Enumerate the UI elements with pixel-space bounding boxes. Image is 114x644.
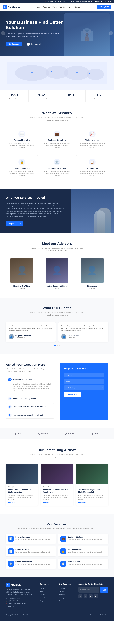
hero-video-button[interactable]: Our Latest Video [24, 41, 46, 47]
faq-question[interactable]: Q How can I get help by advice? ▼ [6, 395, 54, 402]
blog-card: Admin | Business Best Ways To Save Money… [41, 464, 73, 506]
faq-active-icon: Q [8, 378, 12, 381]
footer-service-link[interactable]: Marketing [59, 594, 65, 596]
footer-link[interactable]: Services [40, 594, 45, 596]
get-quote-button[interactable]: Get A Quote [97, 5, 111, 9]
stat-label: Years Experience [91, 98, 108, 100]
service-list-text: Business Strategy Lorem ipsum dolor sit … [68, 536, 102, 541]
footer-bottom: Copyright © 2022 Advices. All rights res… [6, 612, 108, 616]
service-card-title: Business Consulting [43, 139, 71, 141]
footer-links-col: Our Links HomeAboutServicesContactBlog [40, 583, 55, 608]
faq-question[interactable]: Q What about loan programs & Advantage? … [6, 404, 54, 410]
read-more-link[interactable]: Read More → [78, 502, 87, 503]
newsletter-input[interactable] [78, 587, 99, 592]
stat-number: 89+ [63, 93, 80, 98]
footer-link[interactable]: Contact [40, 597, 45, 599]
advisor-photo-inner: 👤 [81, 258, 104, 283]
blog-image-overlay [41, 464, 73, 484]
footer-link[interactable]: Home [40, 588, 44, 589]
hero-prev-button[interactable]: ‹ [1, 31, 5, 35]
footer-services-list: ConsultingFinanceMarketingStrategyAnalys… [59, 587, 74, 602]
blog-card: Admin | Investment Tips For Investing In… [76, 464, 108, 506]
stat-number: 352+ [6, 93, 23, 98]
logo[interactable]: X ADVICES. [3, 5, 20, 9]
read-more-link[interactable]: Read More → [8, 502, 17, 503]
social-icon[interactable]: f [78, 594, 82, 598]
top-bar: 📍 130 West, New York, NY 10001 ✉ Free Co… [0, 0, 114, 3]
nav-link[interactable]: About Us [43, 6, 50, 8]
service-list-item: 💼 Business Strategy Lorem ipsum dolor si… [58, 534, 108, 544]
footer-social: ftin▶ [78, 594, 108, 598]
name-input[interactable] [64, 379, 104, 384]
footer-link[interactable]: Blog [40, 600, 43, 602]
clients-title: What Our Client's [6, 306, 108, 310]
advisors-subtitle: Vestibulum sed orci vitae lorem faucibus… [27, 247, 87, 252]
footer-service-link[interactable]: Analysis [59, 600, 65, 602]
advisor-card: 👤 Rock Alars Developer [76, 258, 108, 289]
partner-logo: ◇ aven. [91, 432, 100, 435]
footer-service-link[interactable]: Finance [59, 591, 64, 592]
stat-item: 182+ Happy Clients [29, 90, 57, 102]
footer-contact: ✉info@example.com 📞+(123) 456-7890 📍123 … [6, 597, 36, 608]
footer-service-link[interactable]: Strategy [59, 597, 65, 599]
hero-next-button[interactable]: › [109, 31, 113, 35]
terms-link[interactable]: Terms & Conditions [96, 614, 108, 616]
submit-button[interactable]: Submit Now [64, 392, 81, 397]
faq-active-question[interactable]: Q Same Auto focus Senetti bc [6, 376, 54, 383]
newsletter-button[interactable]: Send Now [100, 587, 108, 592]
service-card: 📊 Financial Planning Lorem ipsum dolor s… [6, 127, 38, 152]
request-demo-button[interactable]: Request Demo [6, 221, 23, 226]
advisor-photo-inner: 👤 [46, 258, 68, 283]
svg-point-5 [51, 71, 52, 72]
footer-link-item: Services [40, 594, 55, 596]
advisor-name: Rosalina D. William [6, 285, 38, 287]
privacy-link[interactable]: Privacy & Policy [84, 614, 94, 616]
footer-link[interactable]: About [40, 591, 44, 592]
footer-link-item: Home [40, 587, 55, 590]
nav-link[interactable]: Pages [52, 6, 57, 8]
faq-question-text: How can I get help by advice? [13, 398, 37, 400]
services-provided-text: What We Services Provied Phasellus ligul… [0, 189, 71, 233]
footer-city: Phnom Penh [6, 605, 36, 608]
service-card: 💼 Business Consulting Lorem ipsum dolor … [41, 127, 73, 152]
advisor-card: 👤 Alina Roberto William CEO [41, 258, 73, 289]
social-icon[interactable]: t [84, 594, 87, 598]
advisor-photo: 👤 [46, 258, 68, 283]
logo-icon: X [3, 5, 7, 9]
hero-section: ‹ Your Business Find Better Solution Lor… [0, 11, 114, 56]
footer-newsletter-title: Subscribe To Our Newsletter [78, 583, 108, 585]
our-services-title: Our Services [6, 523, 108, 526]
advisor-photo: 👤 [81, 258, 104, 283]
top-bar-email: ✉ Free Consult info@example.com [70, 1, 92, 2]
social-icon[interactable]: in [89, 594, 93, 598]
stat-label: Happy Clients [34, 98, 51, 100]
nav-link[interactable]: Contact [75, 6, 81, 8]
stat-item: 89+ Expert Team [57, 90, 86, 102]
carousel-dot-1[interactable] [53, 345, 56, 346]
option-select[interactable]: Selected OptionOption 1Option 2Option 3 [64, 386, 104, 390]
blog-image [41, 464, 73, 484]
blog-meta: Admin | Finance [8, 486, 36, 488]
service-icon: 💼 [53, 130, 61, 137]
service-list-item: 🔒 Risk Assessment Lorem ipsum dolor sit … [58, 546, 108, 556]
social-icon[interactable]: ▶ [94, 594, 98, 598]
service-card-desc: Lorem ipsum dolor sit amet, consectetur … [43, 170, 71, 177]
footer-company: X ADVICES. Lorem ipsum dolor sit amet, c… [6, 583, 36, 608]
testimonials-grid: From banking and insurance to wealth man… [6, 322, 108, 342]
nav-link[interactable]: Blog [69, 6, 72, 8]
nav-link[interactable]: Home [36, 6, 40, 8]
hero-buttons: Our Services Our Latest Video [6, 41, 63, 47]
carousel-dot-3[interactable] [59, 345, 61, 346]
faq-question[interactable]: Q How much experience about advice? ▼ [6, 412, 54, 418]
read-more-link[interactable]: Read More → [43, 502, 52, 503]
blog-image [76, 464, 108, 484]
carousel-dot-2[interactable] [57, 345, 59, 346]
faq-subtitle: A Tribute to Those Who Served as Executi… [6, 368, 54, 373]
company-input[interactable] [64, 373, 104, 378]
footer-service-link[interactable]: Consulting [59, 588, 66, 589]
advisor-card: 👤 Rosalina D. William Founder [6, 258, 38, 289]
service-list-item: 📈 Investment Planning Lorem ipsum dolor … [6, 546, 56, 556]
hero-services-button[interactable]: Our Services [6, 42, 22, 46]
nav-link[interactable]: Services [60, 6, 66, 8]
blog-section: Our Latest Blog & News Vestibulum sed or… [0, 440, 114, 514]
